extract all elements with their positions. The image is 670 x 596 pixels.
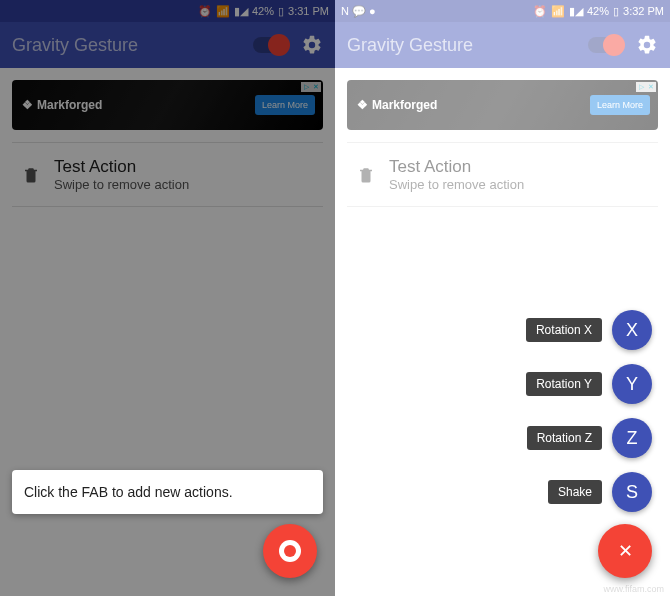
- app-title: Gravity Gesture: [347, 35, 473, 56]
- mini-fab-y[interactable]: Y: [612, 364, 652, 404]
- screenshot-left: ⏰ 📶 ▮◢ 42% ▯ 3:31 PM Gravity Gesture ▷ ✕…: [0, 0, 335, 596]
- mini-fab-z[interactable]: Z: [612, 418, 652, 458]
- speed-dial-label: Rotation Z: [527, 426, 602, 450]
- trash-icon[interactable]: [22, 165, 40, 185]
- adchoices-icon[interactable]: ▷: [301, 82, 311, 92]
- mini-fab-x[interactable]: X: [612, 310, 652, 350]
- battery-percent: 42%: [587, 5, 609, 17]
- ad-cta-button[interactable]: Learn More: [590, 95, 650, 115]
- adchoices-icon[interactable]: ▷: [636, 82, 646, 92]
- onboarding-tooltip: Click the FAB to add new actions.: [12, 470, 323, 514]
- speed-dial-label: Rotation Y: [526, 372, 602, 396]
- battery-icon: ▯: [613, 5, 619, 18]
- recording-toggle[interactable]: [253, 37, 287, 53]
- status-bar: N 💬 ● ⏰ 📶 ▮◢ 42% ▯ 3:32 PM: [335, 0, 670, 22]
- messenger-icon: 💬: [352, 5, 366, 18]
- action-list-item[interactable]: Test Action Swipe to remove action: [12, 142, 323, 207]
- action-list-item[interactable]: Test Action Swipe to remove action: [347, 142, 658, 207]
- screenshot-right: N 💬 ● ⏰ 📶 ▮◢ 42% ▯ 3:32 PM Gravity Gestu…: [335, 0, 670, 596]
- ad-brand: ❖ Markforged: [22, 98, 102, 112]
- battery-icon: ▯: [278, 5, 284, 18]
- clock: 3:32 PM: [623, 5, 664, 17]
- notification-dot-icon: ●: [369, 5, 376, 18]
- close-icon: ✕: [618, 542, 633, 560]
- markforged-logo-icon: ❖: [357, 98, 368, 112]
- action-title: Test Action: [54, 157, 189, 177]
- ad-banner[interactable]: ▷ ✕ ❖ Markforged Learn More: [12, 80, 323, 130]
- fab-speed-dial: Rotation X X Rotation Y Y Rotation Z Z S…: [526, 310, 652, 512]
- speed-dial-rotation-y[interactable]: Rotation Y Y: [526, 364, 652, 404]
- speed-dial-label: Rotation X: [526, 318, 602, 342]
- signal-icon: ▮◢: [569, 5, 583, 18]
- close-speed-dial-fab[interactable]: ✕: [598, 524, 652, 578]
- wifi-icon: 📶: [551, 5, 565, 18]
- status-bar: ⏰ 📶 ▮◢ 42% ▯ 3:31 PM: [0, 0, 335, 22]
- ad-close-icon[interactable]: ✕: [646, 82, 656, 92]
- mini-fab-s[interactable]: S: [612, 472, 652, 512]
- notification-icon: N: [341, 5, 349, 18]
- action-subtitle: Swipe to remove action: [389, 177, 524, 192]
- ad-banner[interactable]: ▷ ✕ ❖ Markforged Learn More: [347, 80, 658, 130]
- gear-icon[interactable]: [636, 34, 658, 56]
- recording-toggle[interactable]: [588, 37, 622, 53]
- speed-dial-label: Shake: [548, 480, 602, 504]
- clock: 3:31 PM: [288, 5, 329, 17]
- gear-icon[interactable]: [301, 34, 323, 56]
- alarm-icon: ⏰: [198, 5, 212, 18]
- alarm-icon: ⏰: [533, 5, 547, 18]
- ad-controls[interactable]: ▷ ✕: [301, 82, 321, 92]
- speed-dial-rotation-z[interactable]: Rotation Z Z: [527, 418, 652, 458]
- speed-dial-shake[interactable]: Shake S: [548, 472, 652, 512]
- record-icon: [279, 540, 301, 562]
- app-bar: Gravity Gesture: [0, 22, 335, 68]
- action-title: Test Action: [389, 157, 524, 177]
- watermark: www.fifam.com: [603, 584, 664, 594]
- ad-brand: ❖ Markforged: [357, 98, 437, 112]
- battery-percent: 42%: [252, 5, 274, 17]
- trash-icon[interactable]: [357, 165, 375, 185]
- wifi-icon: 📶: [216, 5, 230, 18]
- app-title: Gravity Gesture: [12, 35, 138, 56]
- action-subtitle: Swipe to remove action: [54, 177, 189, 192]
- ad-close-icon[interactable]: ✕: [311, 82, 321, 92]
- app-bar: Gravity Gesture: [335, 22, 670, 68]
- ad-controls[interactable]: ▷ ✕: [636, 82, 656, 92]
- ad-cta-button[interactable]: Learn More: [255, 95, 315, 115]
- add-action-fab[interactable]: [263, 524, 317, 578]
- signal-icon: ▮◢: [234, 5, 248, 18]
- markforged-logo-icon: ❖: [22, 98, 33, 112]
- speed-dial-rotation-x[interactable]: Rotation X X: [526, 310, 652, 350]
